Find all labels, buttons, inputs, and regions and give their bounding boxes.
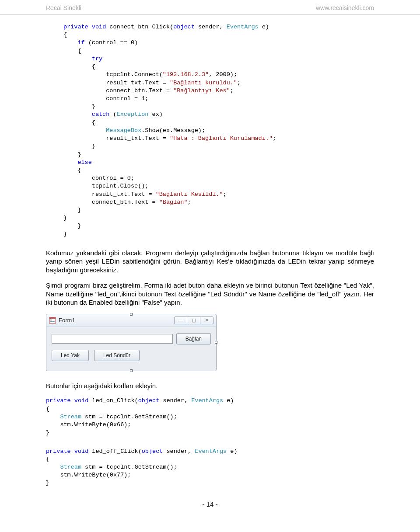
minimize-button[interactable]: — <box>174 316 187 324</box>
svg-rect-1 <box>49 317 56 319</box>
svg-rect-2 <box>50 320 52 320</box>
resize-handle <box>130 313 133 316</box>
svg-rect-3 <box>50 321 55 322</box>
code-block-led-off: private void led_off_Click(object sender… <box>46 448 374 487</box>
paragraph-1: Kodumuz yukarıdaki gibi olacak. Programı… <box>46 249 374 275</box>
close-button[interactable]: ✕ <box>200 316 214 324</box>
page-content: private void connect_btn_Click(object se… <box>0 14 420 521</box>
form-designer-window: Form1 — ▢ ✕ Bağlan Led Yak Led Söndür <box>46 314 217 371</box>
header-author: Recai Sinekli <box>46 4 81 11</box>
header-url: www.recaisinekli.com <box>316 4 374 11</box>
resize-handle <box>130 369 133 372</box>
resize-handle <box>215 341 217 344</box>
code-block-connect: private void connect_btn_Click(object se… <box>63 23 374 238</box>
connect-button[interactable]: Bağlan <box>176 333 211 344</box>
code-block-led-on: private void led_on_Click(object sender,… <box>46 397 374 437</box>
paragraph-2: Şimdi programı biraz geliştirelim. Forma… <box>46 281 374 307</box>
form-title: Form1 <box>59 317 75 323</box>
form-icon <box>49 317 56 324</box>
paragraph-3: Butonlar için aşağıdaki kodları ekleyin. <box>46 382 374 390</box>
led-on-button[interactable]: Led Yak <box>52 350 89 361</box>
result-textbox[interactable] <box>52 334 173 344</box>
page-number: - 14 - <box>46 501 374 508</box>
maximize-button[interactable]: ▢ <box>187 316 200 324</box>
led-off-button[interactable]: Led Söndür <box>94 350 140 361</box>
form-body: Bağlan Led Yak Led Söndür <box>46 327 216 371</box>
window-controls: — ▢ ✕ <box>174 316 214 324</box>
page-header: Recai Sinekli www.recaisinekli.com <box>0 0 420 14</box>
form-titlebar: Form1 — ▢ ✕ <box>46 314 216 327</box>
